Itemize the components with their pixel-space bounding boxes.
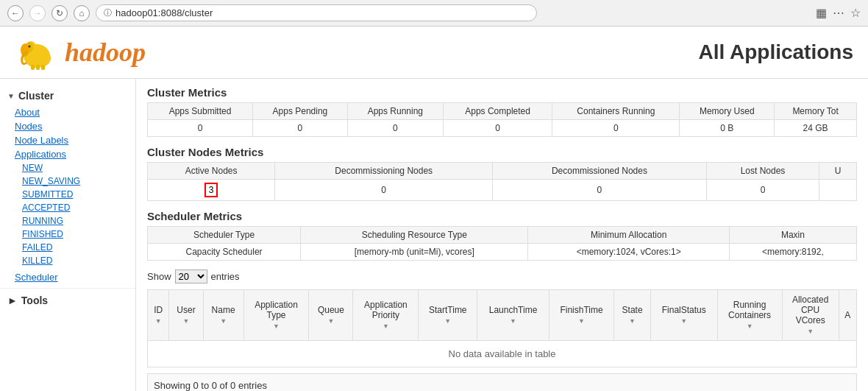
main-content: Cluster Metrics Apps Submitted Apps Pend… — [136, 79, 868, 391]
entries-label: entries — [211, 271, 240, 282]
sidebar-item-accepted[interactable]: ACCEPTED — [22, 201, 135, 214]
footer-text: Showing 0 to 0 of 0 entries — [154, 380, 267, 391]
col-allocated-cpu-vcores[interactable]: AllocatedCPUVCores ▼ — [782, 290, 839, 341]
col-a: A — [839, 290, 856, 341]
val-lost-nodes: 0 — [706, 180, 819, 201]
cluster-metrics-title: Cluster Metrics — [147, 86, 857, 99]
val-active-nodes[interactable]: 3 — [148, 180, 275, 201]
security-icon: ⓘ — [104, 7, 112, 18]
sidebar-item-new-saving[interactable]: NEW_SAVING — [22, 175, 135, 188]
sidebar-item-new[interactable]: NEW — [22, 161, 135, 175]
scheduler-metrics-table: Scheduler Type Scheduling Resource Type … — [147, 226, 857, 261]
svg-rect-7 — [36, 65, 40, 70]
cluster-nodes-table: Active Nodes Decommissioning Nodes Decom… — [147, 162, 857, 201]
svg-rect-8 — [41, 65, 45, 70]
back-button[interactable]: ← — [7, 5, 24, 21]
bookmark-icon[interactable]: ☆ — [850, 6, 861, 20]
col-apps-pending: Apps Pending — [252, 103, 347, 120]
col-memory-total: Memory Tot — [775, 103, 857, 120]
cluster-label: Cluster — [18, 90, 54, 102]
reload-button[interactable]: ↻ — [51, 5, 68, 21]
col-start-time[interactable]: StartTime ▼ — [419, 290, 477, 341]
browser-actions: ▦ ⋯ ☆ — [816, 6, 861, 20]
sidebar-item-submitted[interactable]: SUBMITTED — [22, 188, 135, 201]
sidebar: ▼ Cluster About Nodes Node Labels Applic… — [0, 79, 136, 391]
svg-point-5 — [30, 49, 51, 67]
col-active-nodes: Active Nodes — [148, 163, 275, 180]
val-minimum-allocation: <memory:1024, vCores:1> — [528, 244, 729, 261]
sidebar-item-finished[interactable]: FINISHED — [22, 228, 135, 241]
hadoop-elephant-icon — [15, 34, 59, 71]
forward-button[interactable]: → — [29, 5, 46, 21]
col-scheduling-resource-type: Scheduling Resource Type — [301, 227, 528, 244]
hadoop-logo-text: hadoop — [65, 37, 146, 68]
col-containers-running: Containers Running — [552, 103, 680, 120]
page-layout: ▼ Cluster About Nodes Node Labels Applic… — [0, 79, 868, 391]
sidebar-item-about[interactable]: About — [0, 105, 135, 119]
url-text: hadoop01:8088/cluster — [115, 7, 213, 18]
col-memory-used: Memory Used — [680, 103, 775, 120]
hadoop-logo: hadoop — [15, 34, 146, 71]
sidebar-item-killed[interactable]: KILLED — [22, 254, 135, 267]
sidebar-item-node-labels[interactable]: Node Labels — [0, 133, 135, 147]
tools-section-header[interactable]: ► Tools — [0, 288, 135, 312]
sidebar-item-applications[interactable]: Applications — [0, 147, 135, 161]
val-memory-used: 0 B — [680, 120, 775, 137]
cluster-metrics-table: Apps Submitted Apps Pending Apps Running… — [147, 102, 857, 137]
active-nodes-value: 3 — [204, 183, 218, 197]
col-queue[interactable]: Queue ▼ — [309, 290, 353, 341]
cluster-metrics-row: 0 0 0 0 0 0 B 24 GB — [148, 120, 857, 137]
page-header: hadoop All Applications — [0, 27, 868, 79]
val-apps-submitted: 0 — [148, 120, 253, 137]
applications-table: ID ▼ User ▼ Name ▼ ApplicationType ▼ — [147, 289, 857, 367]
no-data-message: No data available in table — [148, 341, 857, 367]
show-entries-row: Show 20 50 100 entries — [147, 270, 857, 283]
sidebar-item-nodes[interactable]: Nodes — [0, 119, 135, 133]
val-decommissioned-nodes: 0 — [493, 180, 707, 201]
scheduler-metrics-title: Scheduler Metrics — [147, 210, 857, 222]
cluster-nodes-row: 3 0 0 0 — [148, 180, 857, 201]
val-scheduler-type: Capacity Scheduler — [148, 244, 301, 261]
entries-select[interactable]: 20 50 100 — [175, 270, 207, 283]
col-minimum-allocation: Minimum Allocation — [528, 227, 729, 244]
more-icon[interactable]: ⋯ — [833, 6, 844, 20]
col-running-containers[interactable]: RunningContainers ▼ — [717, 290, 782, 341]
col-apps-running: Apps Running — [347, 103, 443, 120]
table-footer: Showing 0 to 0 of 0 entries — [147, 373, 857, 391]
col-id[interactable]: ID ▼ — [148, 290, 169, 341]
svg-rect-6 — [31, 65, 35, 70]
applications-submenu: NEW NEW_SAVING SUBMITTED ACCEPTED RUNNIN… — [0, 161, 135, 267]
home-button[interactable]: ⌂ — [74, 5, 90, 21]
col-name[interactable]: Name ▼ — [203, 290, 243, 341]
val-apps-running: 0 — [347, 120, 443, 137]
tools-label: Tools — [21, 295, 48, 306]
col-lost-nodes: Lost Nodes — [706, 163, 819, 180]
col-apps-submitted: Apps Submitted — [148, 103, 253, 120]
col-state[interactable]: State ▼ — [614, 290, 651, 341]
val-memory-total: 24 GB — [775, 120, 857, 137]
val-u — [819, 180, 857, 201]
cluster-section-header[interactable]: ▼ Cluster — [0, 86, 135, 105]
val-scheduling-resource-type: [memory-mb (unit=Mi), vcores] — [301, 244, 528, 261]
sidebar-item-failed[interactable]: FAILED — [22, 241, 135, 254]
scheduler-metrics-row: Capacity Scheduler [memory-mb (unit=Mi),… — [148, 244, 857, 261]
qr-icon[interactable]: ▦ — [816, 6, 827, 20]
col-decommissioning-nodes: Decommissioning Nodes — [275, 163, 493, 180]
col-application-type[interactable]: ApplicationType ▼ — [243, 290, 309, 341]
col-finish-time[interactable]: FinishTime ▼ — [549, 290, 613, 341]
svg-point-4 — [29, 46, 31, 48]
col-launch-time[interactable]: LaunchTime ▼ — [477, 290, 549, 341]
sidebar-item-running[interactable]: RUNNING — [22, 214, 135, 228]
col-decommissioned-nodes: Decommissioned Nodes — [493, 163, 707, 180]
val-apps-pending: 0 — [252, 120, 347, 137]
sidebar-item-scheduler[interactable]: Scheduler — [0, 270, 135, 284]
val-maximum-allocation: <memory:8192, — [729, 244, 856, 261]
show-label: Show — [147, 271, 171, 282]
col-final-status[interactable]: FinalStatus ▼ — [650, 290, 717, 341]
col-apps-completed: Apps Completed — [443, 103, 552, 120]
val-apps-completed: 0 — [443, 120, 552, 137]
col-application-priority[interactable]: ApplicationPriority ▼ — [353, 290, 419, 341]
cluster-nodes-title: Cluster Nodes Metrics — [147, 146, 857, 158]
col-user[interactable]: User ▼ — [169, 290, 203, 341]
url-bar[interactable]: ⓘ hadoop01:8088/cluster — [96, 4, 537, 21]
